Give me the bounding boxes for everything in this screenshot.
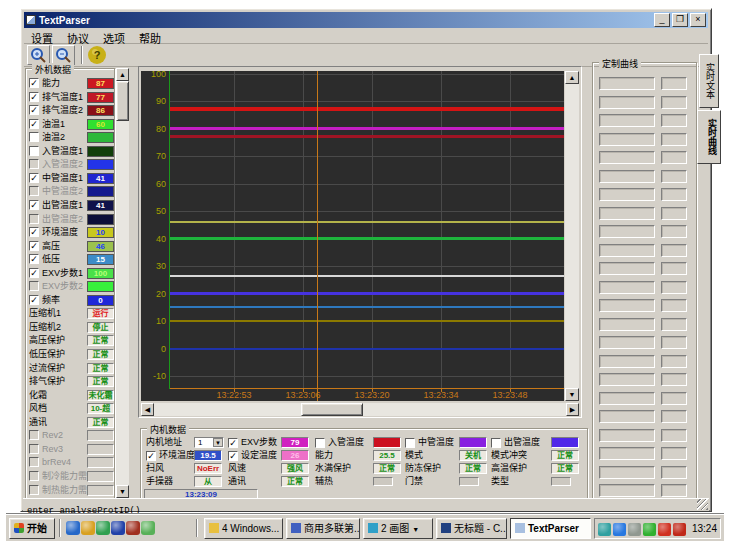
curve-value-box[interactable]	[661, 281, 687, 294]
curve-name-input[interactable]	[599, 484, 655, 497]
indoor-checkbox-设定温度[interactable]: ✓	[228, 451, 238, 461]
curve-value-box[interactable]	[661, 318, 687, 331]
curve-value-box[interactable]	[661, 484, 687, 497]
curve-name-input[interactable]	[599, 392, 655, 405]
indoor-address-dropdown[interactable]: 1▼	[194, 437, 224, 448]
curve-name-input[interactable]	[599, 373, 655, 386]
zoom-in-button[interactable]	[27, 45, 50, 65]
scrollbar-thumb[interactable]	[116, 81, 129, 121]
curve-value-box[interactable]	[661, 96, 687, 109]
curve-name-input[interactable]	[599, 77, 655, 90]
curve-value-box[interactable]	[661, 207, 687, 220]
minimize-button[interactable]: _	[654, 13, 670, 27]
checkbox-EXV步数1[interactable]: ✓	[29, 268, 39, 278]
curve-value-box[interactable]	[661, 447, 687, 460]
curve-value-box[interactable]	[661, 429, 687, 442]
taskbar-button-1[interactable]: 4 Windows...▼	[204, 518, 283, 539]
curve-value-box[interactable]	[661, 299, 687, 312]
outdoor-scrollbar[interactable]: ▲ ▼	[116, 68, 129, 498]
chart-scroll-up-icon[interactable]: ▲	[565, 71, 579, 84]
checkbox-低压[interactable]: ✓	[29, 254, 39, 264]
curve-name-input[interactable]	[599, 466, 655, 479]
curve-value-box[interactable]	[661, 170, 687, 183]
display-icon[interactable]	[643, 523, 656, 536]
curve-value-box[interactable]	[661, 373, 687, 386]
curve-value-box[interactable]	[661, 392, 687, 405]
chart-scroll-down-icon[interactable]: ▼	[565, 388, 579, 401]
printer-icon[interactable]	[598, 523, 611, 536]
indoor-checkbox-EXV步数[interactable]: ✓	[228, 438, 238, 448]
curve-name-input[interactable]	[599, 151, 655, 164]
checkbox-中管温度1[interactable]: ✓	[29, 173, 39, 183]
messenger-icon[interactable]	[613, 523, 626, 536]
curve-name-input[interactable]	[599, 429, 655, 442]
chart-hscrollbar[interactable]: ◀ ▶	[141, 403, 579, 416]
curve-value-box[interactable]	[661, 244, 687, 257]
indoor-checkbox-环境温度[interactable]: ✓	[146, 451, 156, 461]
start-button[interactable]: 开始	[9, 518, 55, 539]
ie-icon[interactable]	[66, 521, 80, 535]
chart-scroll-left-icon[interactable]: ◀	[141, 403, 154, 416]
curve-value-box[interactable]	[661, 355, 687, 368]
antivirus-icon[interactable]	[673, 523, 686, 536]
curve-name-input[interactable]	[599, 133, 655, 146]
help-button[interactable]: ?	[87, 45, 107, 65]
curve-value-box[interactable]	[661, 336, 687, 349]
curve-name-input[interactable]	[599, 299, 655, 312]
outlook-icon[interactable]	[81, 521, 95, 535]
restore-button[interactable]: ❐	[672, 13, 688, 27]
curve-value-box[interactable]	[661, 410, 687, 423]
checkbox-油温1[interactable]: ✓	[29, 119, 39, 129]
show-desktop-icon[interactable]	[141, 521, 155, 535]
curve-value-box[interactable]	[661, 77, 687, 90]
chart-hscroll-thumb[interactable]	[301, 403, 363, 416]
title-bar[interactable]: TextParser _ ❐ ×	[24, 12, 708, 28]
curve-name-input[interactable]	[599, 114, 655, 127]
curve-name-input[interactable]	[599, 336, 655, 349]
curve-name-input[interactable]	[599, 281, 655, 294]
curve-value-box[interactable]	[661, 133, 687, 146]
checkbox-能力[interactable]: ✓	[29, 78, 39, 88]
scroll-up-icon[interactable]: ▲	[116, 68, 129, 81]
tab-实时文本[interactable]: 实时文本	[699, 54, 719, 108]
chart-scroll-right-icon[interactable]: ▶	[566, 403, 579, 416]
graphics-icon[interactable]	[658, 523, 671, 536]
curve-value-box[interactable]	[661, 466, 687, 479]
checkbox-入管温度1[interactable]	[29, 146, 39, 156]
curve-value-box[interactable]	[661, 188, 687, 201]
curve-value-box[interactable]	[661, 151, 687, 164]
taskbar-button-4[interactable]: 无标题 - C...	[436, 518, 507, 539]
indoor-checkbox-中管温度[interactable]	[405, 438, 415, 448]
curve-name-input[interactable]	[599, 447, 655, 460]
checkbox-环境温度[interactable]: ✓	[29, 227, 39, 237]
curve-name-input[interactable]	[599, 244, 655, 257]
checkbox-排气温度2[interactable]: ✓	[29, 105, 39, 115]
checkbox-高压[interactable]: ✓	[29, 241, 39, 251]
scroll-down-icon[interactable]: ▼	[116, 485, 129, 498]
plot-area[interactable]: 1009080706050403020100-1013:22:5313:23:0…	[141, 71, 564, 401]
taskbar-button-3[interactable]: 2 画图▼	[363, 518, 433, 539]
tab-实时曲线[interactable]: 实时曲线	[697, 110, 721, 164]
indoor-checkbox-入管温度[interactable]	[315, 438, 325, 448]
curve-name-input[interactable]	[599, 225, 655, 238]
chevron-down-icon[interactable]: ▼	[213, 438, 223, 447]
checkbox-油温2[interactable]	[29, 132, 39, 142]
messenger-icon[interactable]	[111, 521, 125, 535]
curve-name-input[interactable]	[599, 355, 655, 368]
close-button[interactable]: ×	[690, 13, 706, 27]
checkbox-频率[interactable]: ✓	[29, 295, 39, 305]
time-cursor-line[interactable]	[317, 71, 318, 401]
curve-name-input[interactable]	[599, 170, 655, 183]
volume-icon[interactable]	[628, 523, 641, 536]
curve-value-box[interactable]	[661, 114, 687, 127]
taskbar-button-2[interactable]: 商用多联第...	[286, 518, 360, 539]
curve-value-box[interactable]	[661, 225, 687, 238]
curve-name-input[interactable]	[599, 188, 655, 201]
checkbox-出管温度1[interactable]: ✓	[29, 200, 39, 210]
curve-value-box[interactable]	[661, 262, 687, 275]
checkbox-排气温度1[interactable]: ✓	[29, 92, 39, 102]
media-player-icon[interactable]	[96, 521, 110, 535]
resize-grip[interactable]	[697, 499, 708, 510]
winamp-icon[interactable]	[126, 521, 140, 535]
curve-name-input[interactable]	[599, 410, 655, 423]
